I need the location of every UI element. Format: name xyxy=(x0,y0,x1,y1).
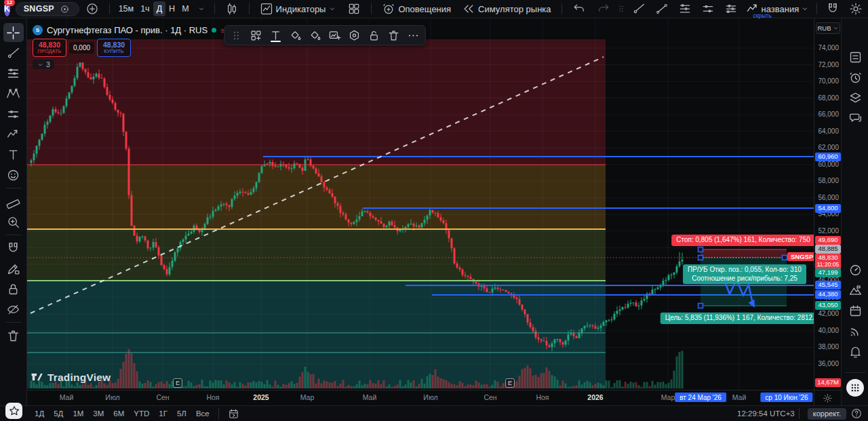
favorite-tool-fib-retracement[interactable] xyxy=(673,1,696,16)
price-label-47,199[interactable]: 47,199 xyxy=(815,268,841,277)
range-button-3М[interactable]: 3М xyxy=(88,408,108,419)
pine-editor-button[interactable] xyxy=(845,281,865,300)
alerts-panel-button[interactable] xyxy=(845,68,865,87)
favorites-drag-handle-icon[interactable] xyxy=(616,4,626,14)
price-label-48,885[interactable]: 48,885 xyxy=(815,245,841,254)
earnings-marker[interactable]: E xyxy=(505,378,515,388)
earnings-marker[interactable]: E xyxy=(173,378,182,388)
hide-drawings-tool[interactable] xyxy=(3,300,24,319)
pattern-tools[interactable] xyxy=(3,84,24,103)
range-button-1Г[interactable]: 1Г xyxy=(154,408,172,419)
emoji-tools[interactable] xyxy=(3,165,24,184)
range-button-YTD[interactable]: YTD xyxy=(129,408,154,419)
magnet-tool[interactable] xyxy=(3,239,24,258)
date-label[interactable]: ср 10 Июн '26 xyxy=(760,393,812,402)
buy-button[interactable]: 48,830 КУПИТЬ xyxy=(97,39,131,57)
chart-canvas[interactable] xyxy=(27,18,814,390)
toolbar-drag-handle[interactable] xyxy=(227,27,245,43)
price-label-44,380[interactable]: 44,380 xyxy=(815,290,841,299)
zoom-in-tool[interactable] xyxy=(3,212,24,231)
interval-button-1ч[interactable]: 1ч xyxy=(137,1,153,16)
chart-settings-button[interactable] xyxy=(844,1,867,16)
annotation-arrow-tools[interactable] xyxy=(3,125,24,144)
favorite-tool-parallel-channel[interactable] xyxy=(696,1,719,16)
add-image-button[interactable] xyxy=(326,27,344,43)
price-label-43,050[interactable]: 43,050 xyxy=(815,301,841,310)
position-pl-label[interactable]: ПР/УБ Откр. поз.: 0,055, Кол-во: 310 Соо… xyxy=(683,264,806,284)
compare-add-symbol-button[interactable] xyxy=(81,1,104,16)
range-button-1Д[interactable]: 1Д xyxy=(30,408,49,419)
range-button-6М[interactable]: 6М xyxy=(108,408,129,419)
gann-fib-tools[interactable] xyxy=(3,64,24,83)
price-label-54,800[interactable]: 54,800 xyxy=(815,204,841,213)
price-label-49,690[interactable]: 49,690 xyxy=(815,236,841,245)
sell-button[interactable]: 48,830 ПРОДАТЬ xyxy=(33,39,66,57)
interval-button-Н[interactable]: Н xyxy=(165,1,178,16)
interval-button-М[interactable]: М xyxy=(178,1,192,16)
interval-button-15м[interactable]: 15м xyxy=(115,1,138,16)
drawing-templates-button[interactable] xyxy=(247,27,265,43)
position-stop-label[interactable]: Стоп: 0,805 (1,647%) 161, Количество: 75… xyxy=(671,235,814,246)
labels-visibility-button[interactable]: названия скрыть xyxy=(743,1,813,16)
text-tools[interactable] xyxy=(3,145,24,164)
trend-line-tools[interactable] xyxy=(3,43,24,62)
user-avatar[interactable]: K 12 xyxy=(4,1,10,16)
time-scale[interactable]: МайИюлСенНоя2025МарМайИюлСенНоя2026МарМа… xyxy=(27,390,814,405)
price-label-45,545[interactable]: 45,545 xyxy=(815,281,841,289)
alerts-button[interactable]: Оповещения xyxy=(377,1,456,16)
indicators-button[interactable]: Индикаторы xyxy=(255,1,342,16)
adjust-data-button[interactable]: коррект. xyxy=(808,408,846,420)
undo-button[interactable] xyxy=(568,1,591,16)
help-button[interactable] xyxy=(850,407,863,420)
layout-templates-button[interactable] xyxy=(342,1,366,16)
favorite-tool-regression[interactable] xyxy=(719,1,743,16)
symbol-search-button[interactable]: SNGSP xyxy=(16,2,79,16)
chart-area[interactable]: S Сургутнефтегаз ПАО - прив. · 1Д · RUS … xyxy=(27,18,814,390)
chart-style-button[interactable] xyxy=(220,1,243,16)
measure-tool[interactable] xyxy=(3,192,24,211)
streams-panel-button[interactable] xyxy=(845,321,865,340)
go-to-date-button[interactable] xyxy=(223,406,244,421)
crosshair-tool[interactable] xyxy=(3,23,24,42)
interval-menu-button[interactable] xyxy=(194,1,209,16)
apps-menu-button[interactable] xyxy=(846,379,864,397)
price-label-14,67M[interactable]: 14,67M xyxy=(815,378,841,387)
range-button-1М[interactable]: 1М xyxy=(68,408,88,419)
price-label-60,960[interactable]: 60,960 xyxy=(815,153,841,161)
background-color-button[interactable] xyxy=(286,27,304,43)
favorites-star-button[interactable] xyxy=(5,403,22,419)
clock[interactable]: 12:29:54 UTC+3 xyxy=(737,409,795,418)
position-symbol-tag[interactable]: SNGSP xyxy=(787,252,814,261)
tradingview-logo[interactable]: TradingView xyxy=(31,371,111,384)
technicals-panel-button[interactable] xyxy=(845,260,865,279)
range-button-5Л[interactable]: 5Л xyxy=(172,408,191,419)
text-color-button[interactable] xyxy=(267,27,285,43)
redo-button[interactable] xyxy=(592,1,615,16)
scales-settings-corner[interactable] xyxy=(814,390,841,405)
delete-drawing-button[interactable] xyxy=(384,27,403,43)
range-button-5Д[interactable]: 5Д xyxy=(49,408,68,419)
price-scale[interactable]: RUB 74,00072,00070,00068,00066,00064,000… xyxy=(814,18,841,390)
chat-panel-button[interactable] xyxy=(845,108,865,127)
drawing-settings-button[interactable] xyxy=(345,27,363,43)
symbol-flag-icon[interactable] xyxy=(60,4,70,14)
chart-legend[interactable]: S Сургутнефтегаз ПАО - прив. · 1Д · RUS … xyxy=(33,25,235,35)
more-options-button[interactable] xyxy=(404,27,422,43)
remove-drawings-tool[interactable] xyxy=(3,326,24,345)
market-replay-button[interactable]: Симулятор рынка xyxy=(457,1,555,16)
indicators-collapse-button[interactable]: 3 xyxy=(33,60,54,69)
favorite-tool-trend-line[interactable] xyxy=(650,1,673,16)
notifications-panel-button[interactable] xyxy=(845,342,865,361)
prediction-position-tools[interactable] xyxy=(3,104,24,123)
watchlist-panel-button[interactable] xyxy=(845,47,865,66)
interval-button-Д[interactable]: Д xyxy=(153,1,165,16)
border-color-button[interactable] xyxy=(306,27,324,43)
currency-selector-button[interactable]: RUB xyxy=(816,22,840,34)
object-tree-panel-button[interactable] xyxy=(845,88,865,107)
price-label-48,830[interactable]: 48,83011:20:05 xyxy=(815,254,841,269)
lock-drawing-button[interactable] xyxy=(365,27,383,43)
favorite-tool-horizontal-ray[interactable] xyxy=(627,1,650,16)
stay-in-drawing-mode-tool[interactable] xyxy=(3,259,24,278)
lock-drawings-tool[interactable] xyxy=(3,279,24,298)
position-target-label[interactable]: Цель: 5,835 (11,936%) 1 167, Количество:… xyxy=(660,313,814,324)
